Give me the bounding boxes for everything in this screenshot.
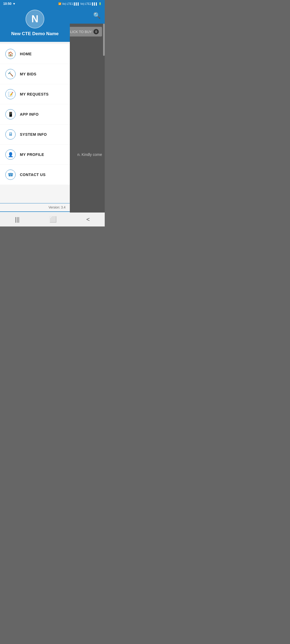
contact-us-label: CONTACT US bbox=[20, 173, 46, 177]
requests-icon: 📝 bbox=[5, 89, 16, 99]
my-profile-label: MY PROFILE bbox=[20, 152, 44, 157]
app-info-label: APP INFO bbox=[20, 112, 39, 116]
scrollbar bbox=[103, 24, 105, 56]
sidebar-item-contact-us[interactable]: ☎ CONTACT US bbox=[0, 165, 70, 185]
system-info-icon: 🖥 bbox=[5, 129, 16, 140]
contact-us-icon: ☎ bbox=[5, 170, 16, 180]
status-bar: 10:50 ♥ 📶 Vo) LTE1 ▌▌▌ Vo) LTE2 ▌▌▌ 🔋 bbox=[0, 0, 105, 8]
home-icon: 🏠 bbox=[5, 49, 16, 59]
sidebar-item-home[interactable]: 🏠 HOME bbox=[0, 44, 70, 64]
sidebar-item-my-profile[interactable]: 👤 MY PROFILE bbox=[0, 145, 70, 164]
bottom-nav: ||| ⬜ < bbox=[0, 213, 105, 226]
sidebar-item-my-requests[interactable]: 📝 MY REQUESTS bbox=[0, 84, 70, 104]
side-drawer: N New CTE Demo Name 🏠 HOME 🔨 MY BIDS 📝 M… bbox=[0, 0, 70, 226]
home-label: HOME bbox=[20, 52, 32, 56]
click-to-buy-button[interactable]: CLICK TO BUY 0 bbox=[64, 27, 102, 36]
my-requests-label: MY REQUESTS bbox=[20, 92, 49, 96]
user-name: New CTE Demo Name bbox=[11, 31, 59, 36]
search-icon[interactable]: 🔍 bbox=[93, 12, 100, 19]
home-nav-button[interactable]: ⬜ bbox=[49, 216, 57, 223]
drawer-menu: 🏠 HOME 🔨 MY BIDS 📝 MY REQUESTS 📱 APP INF… bbox=[0, 42, 70, 203]
bids-icon: 🔨 bbox=[5, 69, 16, 79]
time: 10:50 bbox=[3, 2, 12, 6]
version-text: Version: 3.4 bbox=[0, 203, 70, 211]
status-left: 10:50 ♥ bbox=[3, 2, 15, 6]
wifi-icon: 📶 bbox=[58, 2, 61, 5]
signal-icon: Vo) LTE1 ▌▌▌ Vo) LTE2 ▌▌▌ bbox=[62, 2, 98, 5]
sidebar-item-system-info[interactable]: 🖥 SYSTEM INFO bbox=[0, 125, 70, 144]
click-to-buy-label: CLICK TO BUY bbox=[68, 30, 92, 34]
back-nav-button[interactable]: < bbox=[86, 216, 90, 223]
battery-icon: 🔋 bbox=[99, 2, 102, 5]
sidebar-item-my-bids[interactable]: 🔨 MY BIDS bbox=[0, 64, 70, 84]
kindly-text: n. Kindly come bbox=[77, 152, 102, 157]
menu-nav-button[interactable]: ||| bbox=[15, 216, 19, 223]
avatar: N bbox=[26, 10, 44, 28]
sidebar-item-app-info[interactable]: 📱 APP INFO bbox=[0, 104, 70, 124]
heart-icon: ♥ bbox=[13, 2, 15, 6]
system-info-label: SYSTEM INFO bbox=[20, 132, 47, 137]
app-info-icon: 📱 bbox=[5, 109, 16, 119]
status-right: 📶 Vo) LTE1 ▌▌▌ Vo) LTE2 ▌▌▌ 🔋 bbox=[58, 2, 102, 5]
my-profile-icon: 👤 bbox=[5, 149, 16, 160]
click-to-buy-badge: 0 bbox=[93, 29, 99, 34]
my-bids-label: MY BIDS bbox=[20, 72, 37, 76]
